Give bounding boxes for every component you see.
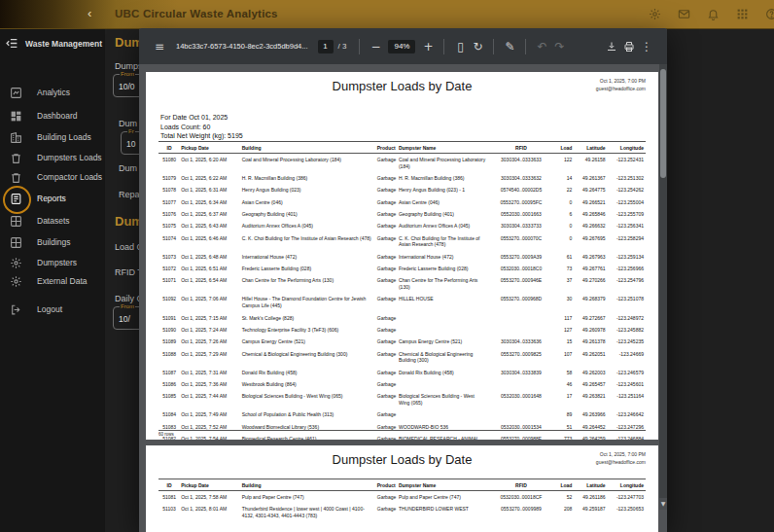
field-label-fragment: Dum (119, 119, 137, 128)
table-cell: Frederic Lasserre Building (028) (398, 263, 491, 274)
table-cell: Oct 1, 2025, 6:54 AM (180, 275, 240, 294)
table-cell: 3030304..0333632 (491, 172, 551, 184)
page-total: 3 (342, 42, 346, 51)
report-generated-meta: Oct 1, 2025, 7:00 PM guest@headoffice.co… (596, 451, 646, 466)
table-cell: 49.259187 (573, 503, 606, 521)
mail-icon[interactable] (674, 4, 694, 24)
table-cell: 51076 (158, 208, 180, 220)
summary-weight: Total Net Weight (kg): 5195 (160, 131, 243, 141)
table-cell: 0553270..000946E (491, 275, 551, 294)
undo-icon[interactable]: ↶ (533, 38, 550, 55)
table-cell: Thunderbird Residence | lower west | 400… (241, 503, 376, 521)
generated-date: Oct 1, 2025, 7:00 PM (596, 451, 646, 459)
page-number-input[interactable]: 1 (318, 40, 334, 53)
table-cell: Garbage (376, 503, 398, 521)
toolbar-divider (525, 39, 526, 54)
table-row: 51087Oct 1, 2025, 7:31 AMDonald Rix Buil… (158, 367, 646, 378)
notifications-icon[interactable] (703, 4, 723, 24)
column-header: Product (376, 142, 398, 154)
zoom-level-input[interactable]: 94% (388, 40, 415, 53)
generated-by: guest@headoffice.com (596, 459, 646, 467)
sidebar-item-reports[interactable]: Reports (0, 190, 105, 207)
column-header: Load (551, 142, 573, 154)
table-row: 51084Oct 1, 2025, 7:49 AMSchool of Popul… (158, 409, 646, 421)
sidebar-item-analytics[interactable]: Analytics (0, 84, 105, 101)
table-cell: Garbage (376, 409, 398, 421)
column-header: Product (376, 479, 398, 491)
apps-icon[interactable] (732, 4, 753, 24)
table-cell: -123.245882 (607, 324, 646, 336)
table-cell: 89 (551, 409, 573, 421)
table-cell: 3030304..0333633 (491, 154, 551, 173)
table-cell: -123.24669 (607, 348, 646, 367)
table-cell: Garbage (376, 184, 398, 195)
table-cell: 49.263821 (573, 391, 606, 409)
table-cell: Garbage (376, 312, 398, 324)
table-cell: International House (472) (241, 251, 376, 263)
sidebar-item-dumpsters[interactable]: Dumpsters (0, 254, 105, 271)
table-row: 51081Oct 1, 2025, 7:58 AMPulp and Paper … (158, 491, 646, 504)
more-options-icon[interactable]: ⋮ (638, 38, 655, 55)
table-row: 51079Oct 1, 2025, 6:22 AMH. R. Macmillan… (158, 172, 646, 184)
pdf-scrollbar[interactable]: ▼ (659, 64, 667, 510)
table-cell: Oct 1, 2025, 6:31 AM (180, 184, 240, 195)
zoom-in-button[interactable]: + (419, 38, 437, 55)
table-cell: 0553270..0009A39 (491, 251, 551, 263)
column-header: Building (241, 142, 376, 154)
column-header: Longitude (607, 142, 646, 154)
table-cell: 0532030..0001648 (491, 391, 551, 409)
annotate-pen-icon[interactable]: ✎ (501, 38, 518, 55)
redo-icon[interactable]: ↷ (550, 38, 568, 55)
table-cell: Garbage (376, 208, 398, 220)
table-row: 51073Oct 1, 2025, 6:48 AMInternational H… (158, 251, 646, 263)
table-cell: -123.245601 (607, 378, 646, 390)
download-icon[interactable] (603, 38, 620, 55)
row-count-footer: 60 rows (158, 430, 646, 438)
table-cell: Oct 1, 2025, 6:48 AM (180, 251, 240, 263)
sidebar-item-label: Reports (37, 194, 66, 203)
pdf-content-area[interactable]: Dumpster Loads by Date Oct 1, 2025, 7:00… (139, 64, 667, 532)
sidebar-item-compactor-loads[interactable]: Compactor Loads (0, 168, 105, 186)
table-cell: -123.251302 (607, 172, 646, 184)
settings-icon[interactable] (645, 4, 665, 24)
sidebar-item-logout[interactable]: Logout (0, 301, 105, 318)
sidebar-item-dashboard[interactable]: Dashboard (0, 107, 105, 124)
sidebar-item-building-loads[interactable]: Building Loads (0, 128, 105, 146)
table-cell: 51078 (158, 184, 180, 195)
help-icon[interactable] (761, 4, 774, 24)
table-cell: Chan Centre for The Performing Arts (130… (241, 275, 376, 294)
pdf-menu-icon[interactable]: ≡ (151, 38, 168, 55)
sidebar-item-external-data[interactable]: External Data (0, 272, 105, 290)
building-icon (9, 130, 23, 145)
print-icon[interactable] (620, 38, 638, 55)
fit-page-icon[interactable]: ▯ (451, 38, 469, 55)
scroll-down-button[interactable]: ▼ (659, 498, 667, 510)
scrollbar-thumb[interactable] (660, 69, 666, 178)
date-input-value: 10/ (119, 314, 130, 324)
table-cell: 51079 (158, 172, 180, 184)
table-cell: Oct 1, 2025, 6:46 AM (180, 232, 240, 251)
table-cell: -123.248972 (607, 312, 646, 324)
rotate-icon[interactable]: ↻ (469, 38, 486, 55)
report-generated-meta: Oct 1, 2025, 7:00 PM guest@headoffice.co… (596, 78, 646, 92)
table-cell: Garbage (376, 491, 398, 504)
app-title: UBC Circular Waste Analytics (115, 8, 278, 19)
table-cell: Chemical & Biological Engineering Buildi… (241, 348, 376, 367)
sidebar-item-dumpsters-loads[interactable]: Dumpsters Loads (0, 149, 105, 166)
column-header: RFID (491, 479, 551, 491)
table-cell: -123.245235 (607, 336, 646, 347)
sidebar-header[interactable]: Waste Management (6, 37, 102, 50)
table-cell: Geography Building (401) (398, 208, 491, 220)
sidebar-item-datasets[interactable]: Datasets (0, 212, 105, 230)
table-cell: Campus Energy Centre (521) (241, 336, 376, 347)
table-cell: Campus Energy Centre (521) (398, 336, 491, 347)
sidebar-item-buildings[interactable]: Buildings (0, 233, 105, 251)
table-cell: 0532030..00018CF (491, 491, 551, 504)
table-cell: Garbage (376, 348, 398, 367)
zoom-out-button[interactable]: − (367, 38, 384, 55)
table-cell: 51091 (158, 312, 180, 324)
table-cell: H. R. Macmillan Building (386) (398, 172, 491, 184)
table-cell: 52 (551, 491, 573, 504)
sidebar-collapse-icon[interactable]: ‹ (88, 7, 91, 20)
table-cell: Oct 1, 2025, 6:20 AM (180, 154, 240, 173)
